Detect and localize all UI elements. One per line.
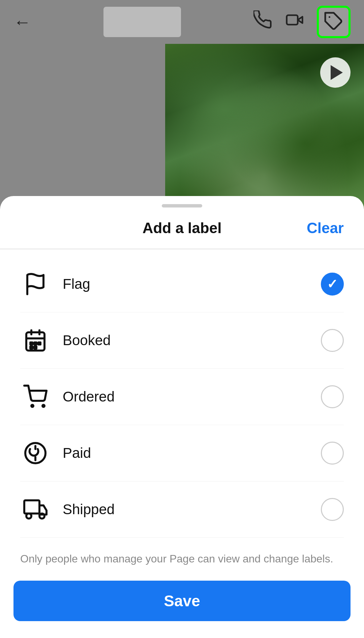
booked-label: Booked: [63, 332, 321, 349]
sheet-header: Add a label Clear: [0, 207, 364, 237]
svg-rect-8: [34, 342, 36, 344]
tag-icon-highlighted[interactable]: [317, 6, 351, 38]
header-divider: [0, 249, 364, 249]
svg-point-19: [39, 514, 44, 519]
flag-label: Flag: [63, 276, 321, 292]
phone-icon[interactable]: [253, 10, 272, 33]
ordered-label: Ordered: [63, 389, 321, 405]
label-item-paid[interactable]: Paid: [20, 425, 344, 481]
ordered-radio[interactable]: [321, 385, 344, 408]
top-bar: ←: [0, 0, 364, 44]
sheet-title: Add a label: [20, 220, 344, 237]
booked-radio[interactable]: [321, 329, 344, 352]
save-button[interactable]: Save: [13, 581, 351, 621]
footnote-text: Only people who manage your Page can vie…: [0, 538, 364, 573]
svg-point-13: [42, 405, 44, 407]
paid-label: Paid: [63, 445, 321, 461]
back-button[interactable]: ←: [13, 12, 31, 32]
svg-rect-17: [24, 500, 39, 514]
calendar-icon: [20, 325, 51, 356]
svg-rect-7: [30, 342, 32, 344]
play-button[interactable]: [320, 57, 351, 88]
dollar-icon: [20, 438, 51, 468]
drag-handle[interactable]: [162, 204, 202, 207]
label-item-ordered[interactable]: Ordered: [20, 369, 344, 425]
video-thumbnail: [165, 44, 364, 209]
save-btn-area: Save: [0, 571, 364, 638]
svg-rect-9: [38, 342, 40, 344]
clear-button[interactable]: Clear: [307, 220, 344, 237]
label-item-booked[interactable]: Booked: [20, 312, 344, 369]
shipped-radio[interactable]: [321, 498, 344, 521]
cart-icon: [20, 382, 51, 412]
truck-icon: [20, 494, 51, 525]
paid-radio[interactable]: [321, 442, 344, 465]
flag-icon: [20, 269, 51, 299]
label-item-flag[interactable]: Flag ✓: [20, 256, 344, 312]
svg-rect-11: [34, 346, 36, 349]
label-list: Flag ✓ Booked: [0, 256, 364, 538]
video-icon[interactable]: [284, 10, 305, 33]
svg-rect-0: [287, 15, 298, 25]
play-triangle-icon: [331, 65, 343, 80]
bottom-sheet: Add a label Clear Flag ✓: [0, 196, 364, 638]
action-icons: [253, 6, 351, 38]
check-icon: ✓: [327, 278, 338, 290]
svg-rect-10: [30, 346, 32, 349]
flag-radio[interactable]: ✓: [321, 273, 344, 296]
svg-point-18: [26, 514, 31, 519]
svg-point-12: [31, 405, 33, 407]
label-item-shipped[interactable]: Shipped: [20, 481, 344, 538]
shipped-label: Shipped: [63, 501, 321, 518]
contact-avatar: [103, 7, 181, 37]
